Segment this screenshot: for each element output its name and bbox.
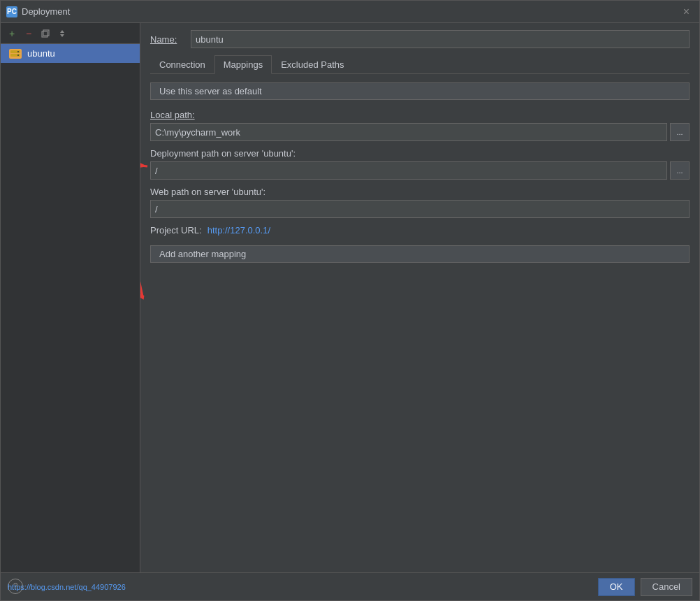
local-path-browse-button[interactable]: ... (670, 123, 690, 141)
sidebar-item-ubuntu[interactable]: ubuntu (1, 44, 140, 63)
sidebar: + − (1, 23, 140, 572)
svg-marker-9 (140, 281, 144, 298)
local-path-input-row: ... (150, 123, 690, 141)
tab-excluded-paths[interactable]: Excluded Paths (272, 55, 353, 74)
remove-server-button[interactable]: − (22, 27, 36, 41)
status-link[interactable]: https://blog.csdn.net/qq_44907926 (8, 583, 126, 591)
svg-rect-1 (43, 30, 49, 36)
server-icon (9, 49, 22, 59)
web-path-group: Web path on server 'ubuntu': (150, 187, 690, 218)
tab-connection[interactable]: Connection (150, 55, 214, 74)
main-content: + − (1, 23, 699, 572)
add-mapping-button[interactable]: Add another mapping (150, 245, 690, 263)
tab-mappings[interactable]: Mappings (214, 55, 272, 74)
svg-point-6 (17, 51, 19, 52)
deployment-path-input[interactable] (150, 161, 667, 180)
svg-line-10 (140, 159, 147, 166)
svg-rect-0 (42, 31, 48, 37)
deployment-path-input-row: ... (150, 161, 690, 180)
content-panel: Name: Connection Mappings Excluded Paths… (140, 23, 699, 572)
arrow-annotation (140, 23, 699, 572)
close-button[interactable]: × (679, 4, 694, 20)
title-bar-left: PC Deployment (6, 6, 70, 17)
svg-point-7 (17, 55, 19, 56)
bottom-bar: ? https://blog.csdn.net/qq_44907926 OK C… (1, 572, 699, 600)
deployment-path-browse-button[interactable]: ... (670, 161, 690, 180)
web-path-label: Web path on server 'ubuntu': (150, 187, 690, 197)
default-server-button[interactable]: Use this server as default (150, 82, 690, 100)
title-bar: PC Deployment × (1, 1, 699, 23)
move-server-button[interactable] (55, 27, 69, 41)
local-path-group: Local path: ... (150, 110, 690, 141)
project-url-label: Project URL: (150, 225, 202, 236)
sidebar-toolbar: + − (1, 23, 140, 44)
deployment-path-group: Deployment path on server 'ubuntu': ... (150, 148, 690, 180)
svg-line-8 (140, 270, 144, 298)
web-path-input[interactable] (150, 200, 690, 218)
svg-marker-11 (140, 161, 147, 168)
name-row: Name: (150, 30, 690, 48)
deployment-dialog: PC Deployment × + − (0, 0, 700, 601)
sidebar-item-label: ubuntu (27, 48, 55, 59)
name-label: Name: (150, 34, 185, 45)
ok-button[interactable]: OK (598, 578, 635, 596)
deployment-path-label: Deployment path on server 'ubuntu': (150, 148, 690, 159)
app-icon: PC (6, 6, 17, 17)
dialog-title: Deployment (22, 6, 70, 17)
add-server-button[interactable]: + (5, 27, 19, 41)
name-input[interactable] (191, 30, 690, 48)
local-path-label: Local path: (150, 110, 690, 120)
project-url-row: Project URL: http://127.0.0.1/ (150, 225, 690, 236)
project-url-link[interactable]: http://127.0.0.1/ (207, 225, 270, 236)
svg-marker-3 (60, 34, 64, 37)
cancel-button[interactable]: Cancel (641, 578, 692, 596)
tab-bar: Connection Mappings Excluded Paths (150, 55, 690, 74)
web-path-input-row (150, 200, 690, 218)
local-path-input[interactable] (150, 123, 667, 141)
copy-server-button[interactable] (38, 27, 52, 41)
svg-marker-2 (60, 30, 64, 33)
